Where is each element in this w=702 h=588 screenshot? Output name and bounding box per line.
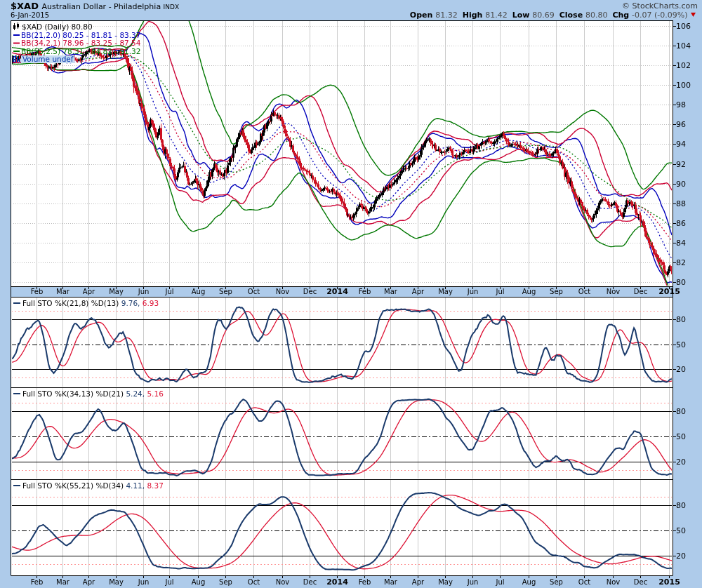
stockcharts-page: { "header": { "symbol": "$XAD", "name": …: [0, 0, 702, 588]
chart-canvas: [0, 0, 702, 588]
